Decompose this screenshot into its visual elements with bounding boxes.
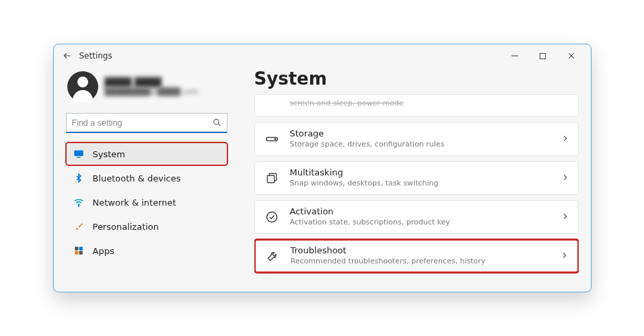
svg-rect-9 [75, 247, 78, 250]
svg-rect-12 [79, 251, 82, 255]
drive-icon [263, 130, 281, 148]
svg-point-4 [214, 120, 219, 125]
avatar [67, 71, 98, 102]
sidebar-item-label: Bluetooth & devices [93, 173, 181, 183]
settings-list: screen and sleep, power mode › Storage S… [254, 94, 579, 285]
main-content: System screen and sleep, power mode › St… [227, 67, 579, 285]
profile-block[interactable]: ████ ████ ████████@████.com [67, 71, 227, 102]
close-button[interactable] [557, 46, 585, 65]
profile-email: ████████@████.com [105, 87, 199, 96]
svg-rect-11 [75, 251, 78, 255]
card-title: Storage [290, 128, 561, 140]
svg-rect-1 [540, 53, 545, 58]
svg-point-17 [266, 212, 277, 222]
chevron-right-icon [561, 133, 570, 146]
settings-window: Settings ████ ████ ████████@████.com [53, 44, 592, 292]
svg-rect-7 [77, 157, 80, 158]
search-input[interactable] [67, 118, 208, 128]
settings-card-troubleshoot[interactable]: Troubleshoot Recommended troubleshooters… [254, 239, 579, 273]
settings-card-activation[interactable]: Activation Activation state, subscriptio… [254, 200, 579, 234]
maximize-button[interactable] [529, 46, 557, 65]
card-title: Multitasking [290, 167, 561, 179]
sidebar-item-label: System [93, 149, 125, 159]
svg-point-8 [78, 206, 79, 206]
sidebar-item-apps[interactable]: Apps [66, 239, 227, 262]
sidebar-item-label: Network & internet [93, 198, 176, 208]
checkmark-circle-icon [263, 208, 281, 226]
chevron-right-icon [560, 250, 569, 263]
page-title: System [254, 69, 579, 89]
card-title: Activation [290, 206, 561, 218]
wifi-icon [73, 196, 85, 208]
monitor-icon [73, 148, 85, 160]
chevron-right-icon [561, 211, 570, 224]
brush-icon [73, 220, 85, 233]
sidebar-item-bluetooth[interactable]: Bluetooth & devices [66, 167, 227, 190]
minimize-button[interactable] [501, 46, 529, 65]
apps-icon [73, 245, 85, 257]
svg-rect-10 [79, 247, 82, 250]
svg-point-14 [275, 138, 276, 140]
titlebar: Settings [54, 44, 591, 67]
profile-name: ████ ████ [105, 77, 199, 87]
card-title: Troubleshoot [291, 245, 560, 257]
sidebar-item-network[interactable]: Network & internet [66, 191, 227, 214]
card-subtitle: Activation state, subscriptions, product… [290, 218, 561, 227]
settings-card-storage[interactable]: Storage Storage space, drives, configura… [254, 122, 579, 156]
wrench-icon [264, 247, 281, 265]
svg-rect-16 [267, 175, 275, 183]
card-subtitle: Snap windows, desktops, task switching [290, 179, 561, 188]
settings-card-multitasking[interactable]: Multitasking Snap windows, desktops, tas… [254, 161, 579, 195]
svg-line-5 [218, 124, 220, 126]
sidebar-item-label: Personalization [93, 222, 159, 232]
sidebar-item-system[interactable]: System [66, 142, 227, 165]
card-subtitle: Recommended troubleshooters, preferences… [291, 257, 560, 266]
card-subtitle: screen and sleep, power mode [290, 99, 566, 108]
sidebar-item-personalization[interactable]: Personalization [66, 215, 227, 238]
multitask-icon [263, 169, 281, 187]
svg-rect-6 [74, 151, 83, 157]
app-title: Settings [79, 51, 112, 60]
sidebar: ████ ████ ████████@████.com System [66, 67, 227, 285]
sidebar-item-label: Apps [93, 246, 114, 256]
back-button[interactable] [59, 48, 75, 64]
card-subtitle: Storage space, drives, configuration rul… [290, 140, 561, 149]
bluetooth-icon [73, 172, 85, 184]
search-box[interactable] [66, 113, 227, 133]
chevron-right-icon [561, 172, 570, 185]
settings-card-power-truncated[interactable]: screen and sleep, power mode › [254, 94, 579, 117]
window-controls [501, 46, 585, 65]
nav-list: System Bluetooth & devices Network & int… [66, 142, 227, 262]
search-icon [208, 118, 227, 127]
